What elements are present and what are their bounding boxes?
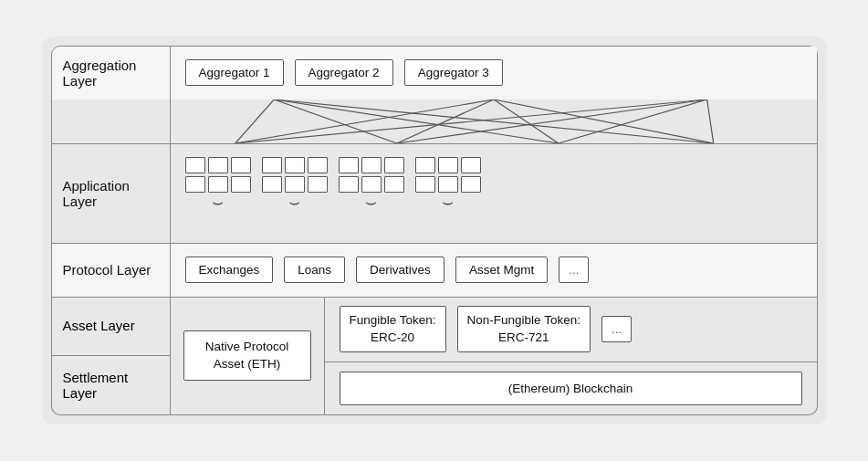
protocol-ellipsis: ... [559, 257, 589, 283]
app-mini-box [339, 176, 359, 193]
fungible-token-box: Fungible Token:ERC-20 [340, 306, 446, 353]
app-mini-box [339, 157, 359, 173]
app-group-2-row1 [262, 157, 328, 173]
app-group-3-row2 [339, 176, 404, 193]
app-group-1-row2 [185, 176, 251, 193]
app-group-3: ⌣ [339, 157, 404, 207]
app-mini-box [208, 157, 228, 173]
native-asset-box: Native ProtocolAsset (ETH) [183, 330, 311, 382]
app-mini-box [285, 176, 305, 193]
app-group-4-row1 [415, 157, 481, 173]
aggregator-2-box: Aggregator 2 [295, 59, 393, 86]
app-mini-box [461, 157, 481, 173]
protocol-layer-row: Protocol Layer Exchanges Loans Derivativ… [51, 243, 818, 298]
loans-box: Loans [284, 257, 345, 283]
aggregator-1-box: Aggregator 1 [185, 59, 284, 86]
app-group-1-row1 [185, 157, 251, 173]
crossing-lines-section [51, 100, 818, 143]
application-content: ⌣ ⌣ [171, 144, 817, 243]
svg-line-0 [235, 100, 273, 143]
application-layer-row: Application Layer ⌣ [51, 143, 818, 244]
app-group-4: ⌣ [415, 157, 481, 207]
app-mini-box [262, 157, 282, 173]
app-mini-box [208, 176, 228, 193]
svg-line-9 [396, 100, 706, 143]
app-mini-box [231, 157, 251, 173]
diagram-wrapper: Aggregation Layer Aggregator 1 Aggregato… [42, 37, 827, 425]
asset-ellipsis: ... [601, 316, 632, 342]
app-group-4-row2 [415, 176, 481, 193]
svg-line-2 [274, 100, 559, 143]
app-group-2-row2 [262, 176, 328, 193]
app-mini-box [461, 176, 481, 193]
app-mini-box [231, 176, 251, 193]
app-mini-box [438, 157, 458, 173]
app-mini-box [308, 176, 328, 193]
application-label: Application Layer [52, 144, 171, 243]
asset-settlement-section: Asset Layer Settlement Layer Native Prot… [51, 297, 818, 416]
protocol-content: Exchanges Loans Derivatives Asset Mgmt .… [171, 244, 817, 297]
app-mini-box [308, 157, 328, 173]
aggregator-3-box: Aggregator 3 [404, 59, 503, 86]
app-group-1: ⌣ [185, 157, 251, 207]
combined-content: Native ProtocolAsset (ETH) Fungible Toke… [171, 297, 817, 415]
asset-label: Asset Layer [52, 297, 170, 356]
app-group-2: ⌣ [262, 157, 328, 207]
asset-right-row: Fungible Token:ERC-20 Non-Fungible Token… [325, 297, 817, 363]
right-col: Fungible Token:ERC-20 Non-Fungible Token… [325, 297, 817, 415]
app-mini-box [185, 176, 205, 193]
native-asset-col: Native ProtocolAsset (ETH) [171, 297, 325, 415]
crossing-lines-svg [171, 100, 817, 143]
svg-line-8 [235, 100, 706, 143]
ethereum-blockchain-box: (Ethereum) Blockchain [340, 372, 802, 405]
derivatives-box: Derivatives [356, 257, 444, 283]
svg-line-3 [274, 100, 713, 143]
app-mini-box [415, 157, 435, 173]
combined-labels: Asset Layer Settlement Layer [52, 297, 171, 415]
app-mini-box [438, 176, 458, 193]
app-group-3-row1 [339, 157, 404, 173]
app-mini-box [384, 157, 404, 173]
settlement-right-row: (Ethereum) Blockchain [325, 362, 817, 414]
app-mini-box [384, 176, 404, 193]
asset-mgmt-box: Asset Mgmt [455, 257, 548, 283]
non-fungible-token-box: Non-Fungible Token:ERC-721 [457, 306, 591, 353]
app-mini-box [361, 157, 382, 173]
app-mini-box [415, 176, 435, 193]
svg-line-11 [706, 100, 713, 143]
app-mini-box [285, 157, 305, 173]
aggregation-label: Aggregation Layer [52, 47, 171, 100]
protocol-label: Protocol Layer [52, 244, 171, 297]
aggregation-layer-row: Aggregation Layer Aggregator 1 Aggregato… [51, 46, 818, 100]
settlement-label: Settlement Layer [52, 356, 170, 414]
aggregation-content: Aggregator 1 Aggregator 2 Aggregator 3 [171, 47, 817, 100]
app-mini-box [185, 157, 205, 173]
app-mini-box [262, 176, 282, 193]
exchanges-box: Exchanges [185, 257, 274, 283]
app-mini-box [361, 176, 382, 193]
svg-line-4 [235, 100, 493, 143]
